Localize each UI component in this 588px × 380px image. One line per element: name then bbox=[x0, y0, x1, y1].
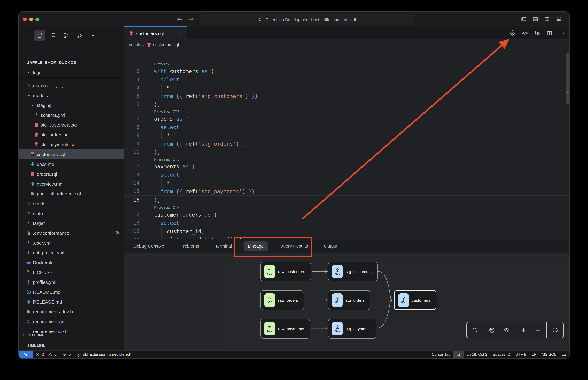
lineage-minus-button[interactable] bbox=[535, 327, 542, 333]
panel-tab-terminal[interactable]: Terminal bbox=[211, 242, 236, 251]
tree-item-schema-yml[interactable]: !schema.yml bbox=[19, 110, 124, 120]
close-window-button[interactable] bbox=[23, 18, 27, 21]
code-line-17[interactable]: 17customer_orders as ( bbox=[124, 210, 569, 219]
section-outline[interactable]: OUTLINE bbox=[19, 330, 124, 340]
encoding[interactable]: UTF-8 bbox=[512, 350, 529, 359]
editor-action-code-icon[interactable]: </> bbox=[521, 29, 529, 37]
lineage-node-stg_customers[interactable]: MDLstg_customers bbox=[328, 262, 378, 281]
navigate-forward-button[interactable] bbox=[188, 16, 195, 23]
activity-source-control-icon[interactable] bbox=[61, 30, 72, 41]
layout-panel-icon[interactable] bbox=[532, 15, 539, 23]
close-tab-icon[interactable] bbox=[179, 31, 183, 36]
tree-item-staging[interactable]: staging bbox=[19, 100, 124, 110]
tree-item-overview-md[interactable]: overview.md bbox=[19, 179, 124, 189]
lineage-aperture-button[interactable] bbox=[488, 327, 495, 333]
tree-item--env-conformance[interactable]: $.env.conformance bbox=[19, 228, 124, 238]
problems[interactable]: 00 bbox=[33, 350, 59, 359]
maximize-window-button[interactable] bbox=[35, 18, 39, 21]
lineage-node-stg_orders[interactable]: MDLstg_orders bbox=[328, 290, 370, 310]
ports[interactable]: 0 bbox=[59, 350, 74, 359]
editor-action-dbt-icon[interactable] bbox=[509, 29, 516, 37]
activity-search-icon[interactable] bbox=[48, 30, 59, 41]
code-line-16[interactable]: 16), bbox=[124, 195, 569, 204]
tree-item-dockerfile[interactable]: Dockerfile bbox=[19, 257, 124, 267]
code-line-11[interactable]: 11), bbox=[124, 148, 569, 156]
activity-debug-icon[interactable] bbox=[74, 30, 85, 41]
activity-files-icon[interactable] bbox=[34, 30, 45, 41]
tree-item-customers-sql[interactable]: customers.sql bbox=[19, 149, 124, 159]
tree-item-seeds[interactable]: seeds bbox=[19, 198, 124, 208]
activity-chevron-down-icon[interactable] bbox=[87, 30, 98, 41]
cursor-position[interactable]: Ln 16, Col 3 bbox=[464, 350, 490, 359]
code-line-18[interactable]: 18 select bbox=[124, 219, 569, 227]
codelens[interactable]: Preview CTE bbox=[124, 156, 569, 162]
indentation[interactable]: Spaces: 2 bbox=[490, 350, 512, 359]
tree-item-profiles-yml[interactable]: !profiles.yml bbox=[19, 277, 124, 287]
tree-item-stg-orders-sql[interactable]: stg_orders.sql bbox=[19, 130, 124, 139]
lineage-node-raw_payments[interactable]: SEDraw_payments bbox=[261, 319, 310, 339]
panel-tab-lineage[interactable]: Lineage bbox=[244, 242, 268, 251]
code-line-2[interactable]: 2with customers as ( bbox=[124, 67, 569, 75]
panel-tab-problems[interactable]: Problems bbox=[176, 242, 203, 251]
code-line-12[interactable]: 12payments as ( bbox=[124, 162, 569, 171]
tree-item-readme-md[interactable]: README.md bbox=[19, 287, 124, 297]
tree-item--user-yml[interactable]: !.user.yml bbox=[19, 238, 124, 247]
explorer-project-header[interactable]: JAFFLE_SHOP_DUCKDB bbox=[19, 57, 124, 67]
code-line-7[interactable]: 7orders as ( bbox=[124, 114, 569, 123]
tree-item-requirements-dev-txt[interactable]: requirements-dev.txt bbox=[19, 306, 124, 316]
tree-item[interactable]: query_log.sq bbox=[19, 87, 124, 90]
language-mode[interactable]: MS SQL bbox=[539, 350, 559, 359]
code-line-9[interactable]: 9 * bbox=[124, 131, 569, 139]
codelens[interactable]: Preview CTE bbox=[124, 204, 569, 210]
layout-sidebar-left-icon[interactable] bbox=[520, 15, 527, 23]
code-line-4[interactable]: 4 * bbox=[124, 84, 569, 92]
section-timeline[interactable]: TIMELINE bbox=[19, 340, 124, 350]
breadcrumb-item[interactable]: models bbox=[128, 42, 141, 47]
eol[interactable]: LF bbox=[529, 350, 539, 359]
lineage-refresh-button[interactable] bbox=[552, 327, 558, 333]
tree-item-target[interactable]: target bbox=[19, 218, 124, 228]
tree-item-docs-md[interactable]: docs.md bbox=[19, 159, 124, 169]
codelens[interactable]: Preview CTE bbox=[124, 108, 569, 114]
codelens[interactable]: Preview CTE bbox=[124, 61, 569, 67]
layout-sidebar-right-icon[interactable] bbox=[543, 15, 551, 23]
code-line-6[interactable]: 6), bbox=[124, 100, 569, 108]
code-line-10[interactable]: 10 from {{ ref('stg_orders') }} bbox=[124, 139, 569, 148]
cursor-tab[interactable]: Cursor Tab bbox=[429, 350, 453, 359]
lineage-node-raw_orders[interactable]: SEDraw_orders bbox=[261, 290, 304, 310]
navigate-back-button[interactable] bbox=[176, 16, 183, 23]
tab-customers-sql[interactable]: customers.sql bbox=[124, 26, 187, 40]
scrollbar-thumb[interactable] bbox=[566, 53, 569, 104]
code-line-1[interactable]: 1 bbox=[124, 53, 569, 61]
lineage-node-raw_customers[interactable]: SEDraw_customers bbox=[261, 262, 311, 281]
code-line-8[interactable]: 8 select bbox=[124, 123, 569, 131]
code-line-5[interactable]: 5 from {{ ref('stg_customers') }} bbox=[124, 92, 569, 100]
lineage-plus-button[interactable] bbox=[520, 327, 527, 333]
dbt-extension[interactable]: dbt Extension (unregistered) bbox=[74, 350, 134, 359]
remote-indicator[interactable] bbox=[19, 350, 33, 359]
screencast-zoom[interactable] bbox=[453, 350, 464, 359]
command-center-search[interactable]: [Extension Development Host] jaffle_shop… bbox=[201, 14, 414, 25]
tree-item-stg-payments-sql[interactable]: stg_payments.sql bbox=[19, 139, 124, 149]
editor-action-more-icon[interactable] bbox=[558, 29, 566, 37]
lineage-eye-button[interactable] bbox=[503, 327, 510, 333]
lineage-search-button[interactable] bbox=[471, 327, 478, 333]
tree-item-state[interactable]: state bbox=[19, 208, 124, 218]
lineage-node-customers[interactable]: MDLcustomers bbox=[394, 290, 436, 310]
panel-tab-query-results[interactable]: Query Results bbox=[276, 242, 312, 251]
tree-item-models[interactable]: models bbox=[19, 90, 124, 100]
tree-item-release-md[interactable]: RELEASE.md bbox=[19, 297, 124, 306]
panel-tab-output[interactable]: Output bbox=[320, 242, 341, 251]
tree-item-print-full-refresh-sql-[interactable]: print_full_refresh._sql_ bbox=[19, 189, 124, 198]
editor-action-table-icon[interactable] bbox=[533, 29, 541, 37]
tree-item-dbt-project-yml[interactable]: !dbt_project.yml bbox=[19, 247, 124, 257]
editor-action-split-icon[interactable] bbox=[546, 29, 553, 37]
code-line-14[interactable]: 14 * bbox=[124, 179, 569, 187]
gear-icon[interactable] bbox=[555, 15, 563, 23]
lineage-node-stg_payments[interactable]: MDLstg_payments bbox=[328, 319, 376, 339]
code-line-3[interactable]: 3 select bbox=[124, 75, 569, 84]
code-line-15[interactable]: 15 from {{ ref('stg_payments') }} bbox=[124, 187, 569, 195]
breadcrumb[interactable]: models› customers.sql bbox=[124, 40, 569, 49]
breadcrumb-item[interactable]: customers.sql bbox=[147, 42, 179, 47]
tree-item-requirements-in[interactable]: requirements.in bbox=[19, 316, 124, 326]
